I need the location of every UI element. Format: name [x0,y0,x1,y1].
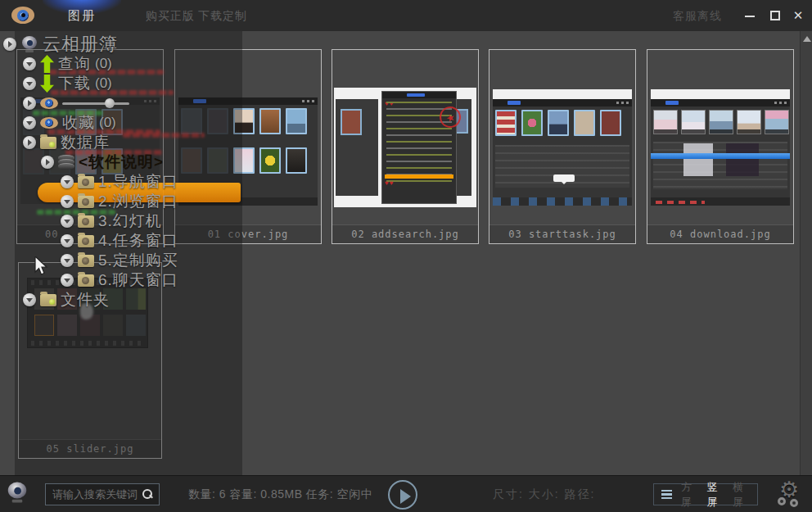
tree-item-download[interactable]: 下载 (0) [23,74,112,93]
green-down-arrow-icon [40,75,54,93]
tree-item-slideshow[interactable]: 3.幻灯机 [61,211,162,231]
search-box[interactable] [45,483,160,505]
expand-icon[interactable] [61,195,74,208]
scroll-up-icon[interactable] [803,36,811,42]
thumbnail-preview [647,50,793,224]
expand-icon[interactable] [3,38,16,51]
expand-icon[interactable] [23,293,36,306]
tree-item-task-window[interactable]: 4.任务窗口 [61,231,178,251]
library-stats: 数量: 6 容量: 0.85MB 任务: 空闲中 [188,476,372,512]
tree-item-software-notes[interactable]: <软件说明> [41,152,164,172]
photo-card-03[interactable]: 03 starttask.jpg [489,49,636,244]
search-icon[interactable] [142,489,153,500]
expand-icon[interactable] [23,77,36,90]
folder-icon [78,196,94,208]
folder-icon [78,176,94,188]
app-logo-eye-icon [11,7,34,24]
tree-item-nav-window[interactable]: 1.导航窗口 [61,172,178,192]
zoom-slider[interactable] [62,102,129,105]
annotation-line [123,133,205,138]
titlebar: 图册 购买正版 下载定制 客服离线 ✕ [0,0,812,31]
tree-item-favorites[interactable]: 收藏 (0) [23,113,116,133]
folder-icon [78,235,94,247]
eye-icon [40,97,58,109]
folder-icon [78,215,94,228]
photo-caption: 02 addsearch.jpg [332,224,478,243]
tree-item-zoom-slider[interactable] [23,93,129,113]
vertical-scrollbar[interactable] [800,31,812,475]
green-up-arrow-icon [40,55,54,73]
menu-download-custom[interactable]: 下载定制 [198,0,247,31]
minimize-button[interactable] [741,7,759,25]
webcam-icon [6,483,29,503]
expand-icon[interactable] [61,254,74,267]
status-bar: 数量: 6 容量: 0.85MB 任务: 空闲中 尺寸: 大小: 路径: 方屏 … [0,475,812,512]
expand-icon[interactable] [61,175,74,188]
folder-icon [40,294,56,306]
play-button[interactable] [388,480,417,510]
thumbnail-preview [489,50,635,224]
settings-gear-icon[interactable]: ⚙ [774,478,809,511]
expand-icon[interactable] [61,234,74,247]
tree-item-custom-purchase[interactable]: 5.定制购买 [61,251,178,270]
tree-item-database[interactable]: 数据库 [23,133,110,152]
folder-icon [78,255,94,267]
webcam-icon [20,36,38,52]
expand-icon[interactable] [23,57,36,70]
expand-icon[interactable] [41,156,54,169]
database-icon [58,155,74,170]
photo-caption: 03 starttask.jpg [489,224,635,243]
tree-item-chat-window[interactable]: 6.聊天窗口 [61,270,178,290]
tree-item-cloud-album[interactable]: 云相册簿 [3,34,118,54]
menu-buy-genuine[interactable]: 购买正版 [146,0,195,31]
eye-icon [40,117,58,129]
filter-square-screen[interactable]: 方屏 [681,480,698,510]
expand-icon[interactable] [23,116,36,129]
expand-icon[interactable] [23,97,36,110]
filter-landscape-screen[interactable]: 横屏 [733,480,750,510]
tab-album[interactable]: 图册 [43,0,121,31]
orientation-filter-group: 方屏 竖屏 横屏 [653,483,758,505]
mouse-cursor [34,256,49,276]
minimize-icon [745,16,755,17]
expand-icon[interactable] [61,274,74,287]
search-input[interactable] [46,488,142,501]
slider-handle[interactable] [105,98,115,108]
tree-item-browse-window[interactable]: 2.浏览窗口 [61,192,178,211]
maximize-icon [770,11,780,20]
tree-item-query[interactable]: 查询 (0) [23,54,112,74]
thumbnail-preview: ♥♥ ♥♥ ★ [332,50,478,224]
maximize-button[interactable] [766,7,784,25]
gallery-area: 00 01 cover.jpg [0,31,812,475]
photo-caption: 04 download.jpg [647,224,793,243]
folder-icon [78,274,94,287]
folder-icon [40,137,56,149]
expand-icon[interactable] [61,215,74,228]
close-button[interactable]: ✕ [789,7,807,25]
list-menu-icon[interactable] [661,490,672,499]
photo-card-02[interactable]: ♥♥ ♥♥ ★ 02 addsearch.jpg [332,49,479,244]
dimensions-label: 尺寸: 大小: 路径: [493,476,595,512]
expand-icon[interactable] [23,136,36,149]
customer-service-status[interactable]: 客服离线 [673,0,722,31]
filter-portrait-screen[interactable]: 竖屏 [707,480,724,510]
photo-card-04[interactable]: 04 download.jpg [647,49,794,244]
tree-item-folders[interactable]: 文件夹 [23,290,110,310]
